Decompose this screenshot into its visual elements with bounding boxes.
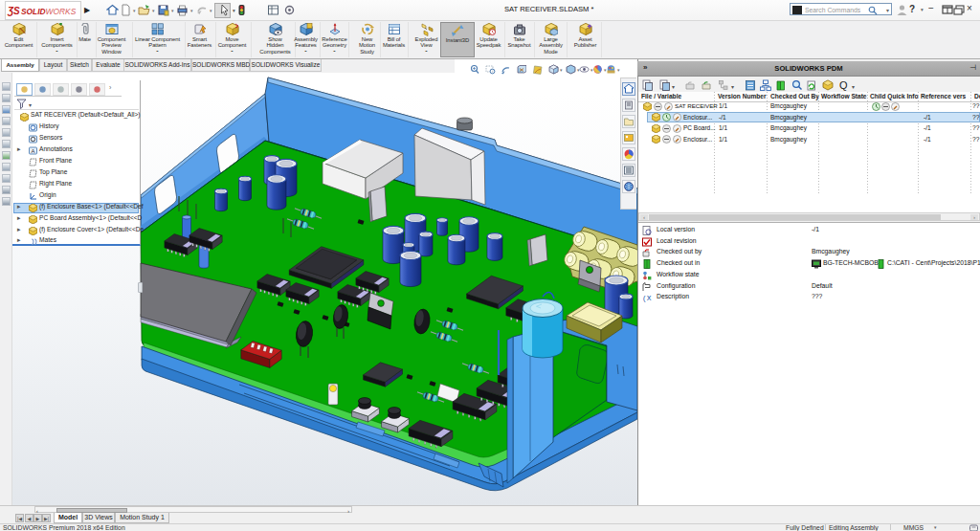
svg-text:(X): (X) [642, 294, 652, 302]
svg-text:ƷS: ƷS [7, 6, 20, 16]
svg-text:Q: Q [839, 79, 848, 91]
svg-text:SOLIDWORKS: SOLIDWORKS [21, 7, 77, 16]
svg-text:A: A [31, 148, 34, 154]
